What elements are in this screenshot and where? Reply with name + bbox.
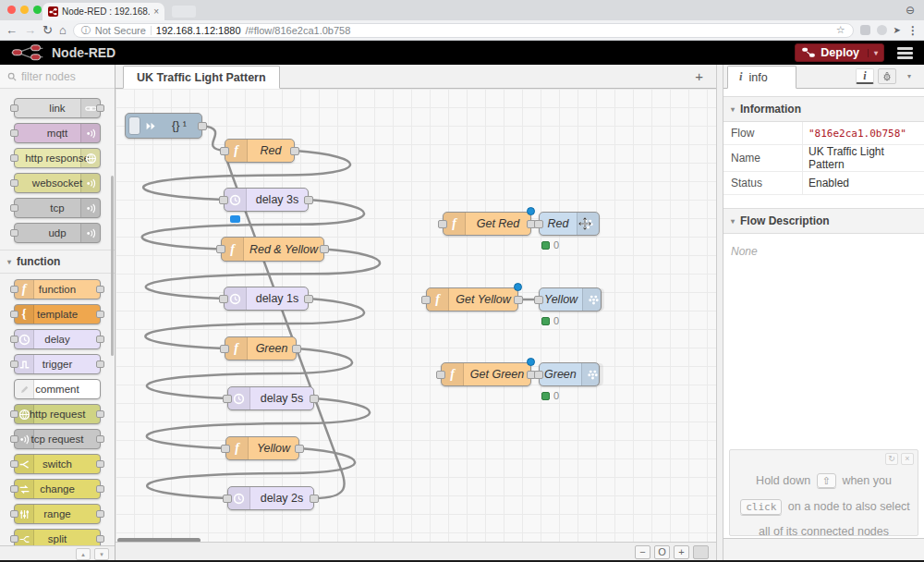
input-port[interactable]	[220, 147, 229, 155]
palette-scrollbar[interactable]	[111, 176, 114, 356]
back-icon[interactable]: ←	[6, 24, 18, 36]
palette-node-mqtt[interactable]: mqtt	[14, 123, 101, 143]
sidebar-splitter[interactable]	[716, 65, 723, 562]
window-minimize-button[interactable]	[20, 6, 29, 14]
input-port[interactable]	[10, 535, 18, 543]
palette-node-http-request[interactable]: http request	[14, 404, 101, 424]
info-tab-button[interactable]: i	[856, 68, 874, 84]
output-port[interactable]	[96, 535, 104, 543]
flow-tab[interactable]: UK Traffic Light Pattern	[123, 66, 280, 89]
deploy-caret-icon[interactable]: ▾	[868, 49, 883, 57]
add-flow-button[interactable]: +	[695, 68, 703, 85]
input-port[interactable]	[10, 360, 18, 368]
output-port[interactable]	[320, 245, 329, 253]
sidebar-menu-caret-icon[interactable]: ▾	[900, 68, 918, 84]
input-port[interactable]	[534, 371, 543, 379]
flow-node-fnRedYellow[interactable]: fRed & Yellow	[221, 237, 324, 262]
input-port[interactable]	[10, 229, 18, 237]
input-port[interactable]	[10, 460, 18, 468]
input-port[interactable]	[10, 510, 18, 518]
output-port[interactable]	[96, 510, 104, 518]
palette-node-change[interactable]: change	[14, 479, 101, 499]
flow-node-fnYellow[interactable]: fYellow	[225, 436, 299, 460]
output-port[interactable]	[96, 410, 104, 418]
flow-description-section-header[interactable]: ▾ Flow Description	[723, 208, 924, 234]
deploy-button[interactable]: Deploy ▾	[795, 43, 884, 62]
extension-icon[interactable]	[860, 25, 870, 35]
output-port[interactable]	[198, 122, 207, 130]
flow-node-fnGreen[interactable]: fGreen	[225, 336, 297, 360]
input-port[interactable]	[438, 220, 447, 228]
flow-node-rpiYellow[interactable]: Yellow	[539, 287, 602, 312]
input-port[interactable]	[10, 336, 18, 343]
flow-node-rpiGreen[interactable]: Green	[539, 362, 600, 386]
input-port[interactable]	[223, 495, 232, 503]
input-port[interactable]	[534, 296, 543, 304]
input-port[interactable]	[10, 485, 18, 493]
output-port[interactable]	[96, 286, 104, 293]
window-controls[interactable]	[7, 6, 42, 14]
flow-node-getRed[interactable]: fGet Red	[443, 212, 531, 236]
palette-node-tcp[interactable]: tcp	[14, 198, 101, 218]
output-port[interactable]	[304, 295, 313, 303]
output-port[interactable]	[295, 445, 304, 453]
input-port[interactable]	[421, 296, 431, 304]
input-port[interactable]	[10, 204, 18, 212]
input-port[interactable]	[221, 445, 230, 453]
input-port[interactable]	[219, 196, 228, 204]
output-port[interactable]	[96, 360, 104, 368]
palette-search[interactable]	[0, 65, 115, 89]
browser-menu-icon[interactable]: ⋮	[907, 24, 918, 37]
information-section-header[interactable]: ▾ Information	[723, 96, 924, 122]
zoom-in-button[interactable]: +	[674, 545, 689, 559]
output-port[interactable]	[304, 196, 313, 204]
input-port[interactable]	[534, 220, 543, 228]
palette-node-function[interactable]: functionf	[14, 279, 101, 299]
palette-node-trigger[interactable]: trigger	[14, 354, 101, 374]
tip-refresh-icon[interactable]: ↻	[885, 453, 898, 465]
main-menu-icon[interactable]	[897, 47, 913, 59]
window-zoom-button[interactable]	[33, 6, 42, 14]
palette-node-http-response[interactable]: http response	[14, 148, 101, 168]
flow-node-getYellow[interactable]: fGet Yellow	[426, 287, 518, 312]
output-port[interactable]	[310, 395, 319, 403]
output-port[interactable]	[310, 495, 319, 503]
inject-button[interactable]	[128, 116, 140, 135]
input-port[interactable]	[10, 179, 18, 187]
output-port[interactable]	[96, 311, 104, 318]
flow-node-delay1s[interactable]: delay 1s	[224, 287, 309, 311]
output-port[interactable]	[96, 435, 104, 443]
output-port[interactable]	[96, 460, 104, 468]
palette-node-comment[interactable]: comment	[14, 379, 101, 399]
url-bar[interactable]: ⓘ Not Secure 192.168.1.12:1880 /#flow/81…	[73, 23, 854, 38]
input-port[interactable]	[10, 104, 18, 112]
new-tab-button[interactable]	[172, 6, 196, 18]
input-port[interactable]	[10, 311, 18, 318]
profile-icon[interactable]: ⊖	[906, 4, 915, 17]
input-port[interactable]	[219, 295, 228, 303]
zoom-out-button[interactable]: −	[635, 545, 650, 559]
output-port[interactable]	[290, 147, 299, 155]
input-port[interactable]	[223, 395, 232, 403]
input-port[interactable]	[436, 371, 445, 379]
palette-node-udp[interactable]: udp	[14, 223, 101, 243]
flow-node-getGreen[interactable]: fGet Green	[441, 362, 531, 386]
tab-info[interactable]: i info	[727, 66, 796, 89]
palette-node-switch[interactable]: switch	[14, 454, 101, 474]
debug-tab-button[interactable]	[878, 68, 896, 84]
flow-node-delay5s[interactable]: delay 5s	[227, 386, 314, 410]
palette-collapse-up-button[interactable]: ▴	[76, 548, 91, 560]
bookmark-star-icon[interactable]: ☆	[836, 24, 845, 36]
window-close-button[interactable]	[7, 6, 16, 14]
reload-icon[interactable]: ↻	[43, 24, 53, 36]
home-icon[interactable]: ⌂	[59, 24, 67, 36]
flow-node-fnRed[interactable]: fRed	[225, 139, 295, 163]
output-port[interactable]	[514, 296, 523, 304]
zoom-reset-button[interactable]: O	[654, 545, 670, 559]
flow-node-delay3s[interactable]: delay 3s	[224, 188, 309, 212]
input-port[interactable]	[220, 345, 229, 353]
output-port[interactable]	[292, 345, 301, 353]
flow-node-inject1[interactable]: {} ¹	[125, 113, 202, 139]
palette-collapse-down-button[interactable]: ▾	[94, 548, 109, 560]
flow-node-delay2s[interactable]: delay 2s	[227, 486, 314, 510]
